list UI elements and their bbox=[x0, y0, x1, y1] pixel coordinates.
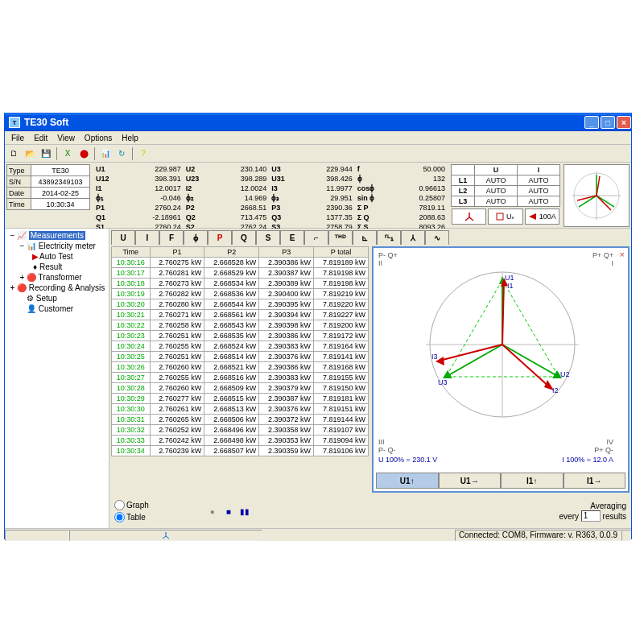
vec-i1-up[interactable]: I1↑ bbox=[501, 473, 564, 489]
tab-s[interactable]: S bbox=[256, 230, 280, 245]
table-row: 10:30:192.760282 kW2.668536 kW2.390400 k… bbox=[112, 289, 369, 299]
q4-label: P+ Q- bbox=[594, 446, 613, 454]
reading-label: I1 bbox=[93, 184, 125, 193]
wye-icon[interactable] bbox=[452, 208, 486, 225]
time-cell: 10:30:34 bbox=[112, 446, 151, 456]
type-value: TE30 bbox=[31, 165, 90, 176]
config-icon[interactable]: 📊 bbox=[98, 147, 113, 161]
i-scale: I 100% = 12.0 A bbox=[562, 456, 613, 464]
tree-electricity-meter[interactable]: −📊 Electricity meter bbox=[6, 241, 107, 251]
value-cell: 2.760281 kW bbox=[150, 268, 204, 279]
tab-e[interactable]: E bbox=[280, 230, 304, 245]
tab-ᵀᴴᴰ[interactable]: ᵀᴴᴰ bbox=[328, 230, 353, 245]
tab-ϕ[interactable]: ϕ bbox=[184, 230, 208, 245]
tab-ᶠᴸ₁[interactable]: ᶠᴸ₁ bbox=[377, 230, 401, 245]
graph-radio[interactable]: Graph bbox=[114, 500, 149, 510]
value-cell: 2.760265 kW bbox=[150, 415, 204, 425]
clamp-selector[interactable]: 100A bbox=[525, 208, 559, 225]
value-cell: 2.668513 kW bbox=[204, 404, 259, 415]
reading-label: I2 bbox=[184, 184, 215, 193]
ux-selector[interactable]: Uₓ bbox=[488, 208, 522, 225]
table-row: 10:30:242.760255 kW2.668524 kW2.390383 k… bbox=[112, 341, 369, 352]
range-i-header: I bbox=[518, 165, 560, 175]
reading-label: Q2 bbox=[184, 213, 215, 222]
l1-u[interactable]: AUTO bbox=[475, 175, 518, 186]
value-cell: 2.390353 kW bbox=[259, 436, 314, 446]
tab-⌐[interactable]: ⌐ bbox=[304, 230, 328, 245]
q4-roman: IV bbox=[606, 438, 613, 446]
menu-file[interactable]: File bbox=[6, 134, 29, 142]
l2-u[interactable]: AUTO bbox=[475, 186, 518, 196]
tab-p[interactable]: P bbox=[208, 230, 232, 245]
vec-i1-right[interactable]: I1→ bbox=[564, 473, 626, 489]
title-bar: T TE30 Soft _ □ × bbox=[5, 114, 631, 131]
tab-∿[interactable]: ∿ bbox=[425, 230, 449, 245]
svg-text:U1: U1 bbox=[505, 274, 514, 282]
menu-options[interactable]: Options bbox=[80, 134, 117, 142]
value-cell: 7.819220 kW bbox=[314, 299, 369, 310]
readings-region: TypeTE30 S/N43892349103 Date2014-02-25 T… bbox=[5, 163, 631, 229]
table-row: 10:30:182.760273 kW2.668534 kW2.390389 k… bbox=[112, 279, 369, 289]
close-button[interactable]: × bbox=[617, 116, 631, 129]
tab-⊾[interactable]: ⊾ bbox=[353, 230, 377, 245]
tree-setup[interactable]: ⚙ Setup bbox=[6, 293, 107, 303]
stop-button[interactable]: ■ bbox=[223, 506, 234, 517]
vec-u1-up[interactable]: U1↑ bbox=[376, 473, 439, 489]
status-bar: Connected: COM8, Firmware: v. R363, 0.0.… bbox=[5, 528, 631, 541]
tree-customer[interactable]: 👤 Customer bbox=[6, 303, 107, 314]
tab-u[interactable]: U bbox=[111, 230, 135, 245]
q1-roman: I bbox=[611, 259, 613, 267]
tab-i[interactable]: I bbox=[135, 230, 159, 245]
vector-close-icon[interactable]: × bbox=[620, 250, 625, 259]
tab-f[interactable]: F bbox=[159, 230, 184, 245]
table-radio[interactable]: Table bbox=[114, 512, 149, 522]
new-icon[interactable]: 🗋 bbox=[6, 147, 21, 161]
tree-transformer[interactable]: +🔴 Transformer bbox=[6, 272, 107, 283]
menu-edit[interactable]: Edit bbox=[29, 134, 52, 142]
refresh-icon[interactable]: ↻ bbox=[114, 147, 129, 161]
tab-⅄[interactable]: ⅄ bbox=[401, 230, 425, 245]
help-icon[interactable]: ? bbox=[136, 147, 151, 161]
value-cell: 2.390400 kW bbox=[259, 289, 314, 299]
l1-i[interactable]: AUTO bbox=[518, 175, 560, 186]
q3-label: P- Q- bbox=[378, 446, 396, 454]
time-cell: 10:30:28 bbox=[112, 383, 151, 394]
reading-label: P2 bbox=[184, 203, 215, 213]
reading-value: 2390.36 bbox=[300, 203, 354, 213]
vec-u1-right[interactable]: U1→ bbox=[439, 473, 502, 489]
averaging-spin[interactable]: 1 bbox=[581, 510, 601, 522]
svg-rect-3 bbox=[497, 213, 503, 220]
menu-help[interactable]: Help bbox=[117, 134, 143, 142]
l2-i[interactable]: AUTO bbox=[518, 186, 560, 196]
maximize-button[interactable]: □ bbox=[601, 116, 615, 129]
value-cell: 2.760261 kW bbox=[150, 404, 204, 415]
menu-view[interactable]: View bbox=[52, 134, 80, 142]
pause-button[interactable]: ▮▮ bbox=[239, 506, 250, 517]
excel-icon[interactable]: X bbox=[60, 147, 75, 161]
time-label: Time bbox=[7, 199, 31, 210]
tab-q[interactable]: Q bbox=[232, 230, 256, 245]
l3-u[interactable]: AUTO bbox=[475, 196, 518, 207]
open-icon[interactable]: 📂 bbox=[23, 147, 37, 161]
record-button[interactable]: ● bbox=[207, 506, 218, 517]
l3-i[interactable]: AUTO bbox=[518, 196, 560, 207]
tree-recording[interactable]: +🔴 Recording & Analysis bbox=[6, 283, 107, 293]
reading-label: U31 bbox=[269, 174, 300, 184]
reading-value: 229.987 bbox=[125, 164, 183, 174]
reading-label: U23 bbox=[184, 174, 215, 184]
value-cell: 7.819094 kW bbox=[314, 436, 369, 446]
tree-measurements[interactable]: −📈 Measurements bbox=[6, 230, 107, 241]
minimize-button[interactable]: _ bbox=[584, 116, 599, 129]
value-cell: 2.760252 kW bbox=[150, 425, 204, 436]
nav-tree: −📈 Measurements −📊 Electricity meter ▶Au… bbox=[5, 229, 109, 528]
tree-result[interactable]: ♦Result bbox=[6, 262, 107, 272]
svg-line-22 bbox=[446, 345, 502, 377]
stop-icon[interactable]: ⬤ bbox=[76, 147, 91, 161]
save-icon[interactable]: 💾 bbox=[39, 147, 53, 161]
q1-label: P+ Q+ bbox=[592, 251, 613, 259]
tree-auto-test[interactable]: ▶Auto Test bbox=[6, 251, 107, 262]
svg-text:I3: I3 bbox=[431, 353, 438, 361]
reading-label: U12 bbox=[93, 174, 125, 184]
reading-value: 12.0017 bbox=[125, 184, 183, 193]
sn-value: 43892349103 bbox=[31, 176, 90, 188]
